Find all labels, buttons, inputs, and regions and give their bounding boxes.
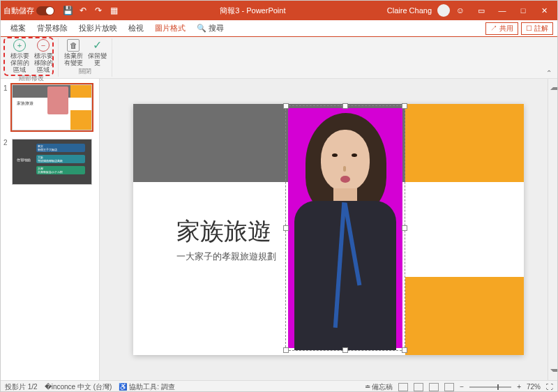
resize-handle[interactable] — [402, 225, 407, 231]
resize-handle[interactable] — [283, 103, 289, 109]
quick-access-toolbar: 💾 ↶ ↷ ▦ — [63, 6, 119, 15]
collapse-ribbon-icon[interactable]: ⌃ — [546, 69, 552, 77]
fit-to-window-icon[interactable]: ⛶ — [546, 383, 553, 391]
comments-button[interactable]: ☐ 註解 — [521, 22, 553, 35]
save-icon[interactable]: 💾 — [63, 6, 73, 15]
tab-picture-format[interactable]: 圖片格式 — [149, 20, 191, 37]
slide-counter[interactable]: 投影片 1/2 — [5, 382, 38, 392]
slide-thumbnail-2[interactable]: 住宿地點 東京新宿王子大飯店 大阪難波燦路都飯店高級 京都京都新阪急ホテル館 — [12, 139, 92, 185]
start-slideshow-icon[interactable]: ▦ — [109, 6, 119, 15]
redo-icon[interactable]: ↷ — [93, 6, 103, 15]
language-indicator[interactable]: �inconce 中文 (台灣) — [45, 382, 112, 392]
resize-handle[interactable] — [283, 347, 289, 353]
slide-title[interactable]: 家族旅遊 — [176, 216, 271, 248]
thumb-number: 1 — [3, 84, 9, 92]
tab-file[interactable]: 檔案 — [5, 20, 31, 37]
title-bar: 自動儲存 💾 ↶ ↷ ▦ 簡報3 - PowerPoint Claire Cha… — [1, 1, 557, 20]
share-button[interactable]: ↗ 共用 — [485, 22, 518, 35]
ribbon-tabs: 檔案 背景移除 投影片放映 檢視 圖片格式 🔍 搜尋 ↗ 共用 ☐ 註解 — [1, 20, 557, 37]
mark-keep-button[interactable]: + 標示要保留的區域 — [9, 38, 30, 74]
mark-remove-button[interactable]: − 標示要移除的區域 — [33, 38, 54, 74]
autosave-toggle[interactable]: 自動儲存 — [3, 6, 54, 16]
slide-bg-orange-bottom — [405, 277, 524, 355]
tab-background-remove[interactable]: 背景移除 — [31, 20, 73, 37]
slide-thumbnail-1[interactable]: 家族旅遊 — [12, 84, 92, 130]
person-photo — [286, 106, 405, 350]
undo-icon[interactable]: ↶ — [78, 6, 88, 15]
zoom-level[interactable]: 72% — [527, 383, 541, 391]
minimize-icon[interactable]: — — [492, 1, 513, 20]
autosave-label: 自動儲存 — [3, 6, 34, 16]
notes-button[interactable]: ≐ 備忘稿 — [365, 382, 393, 392]
status-bar: 投影片 1/2 �inconce 中文 (台灣) ♿ 協助工具: 調查 ≐ 備忘… — [1, 380, 557, 392]
slide-thumbnail-panel: 1 家族旅遊 2 住宿地點 東京新宿王子大飯店 大阪難波燦路都飯店高級 京都京都… — [1, 79, 100, 380]
selected-image[interactable] — [285, 105, 405, 351]
tab-search[interactable]: 🔍 搜尋 — [191, 20, 229, 37]
pencil-minus-icon: − — [37, 39, 50, 52]
zoom-in-icon[interactable]: + — [517, 383, 521, 391]
resize-handle[interactable] — [283, 225, 289, 231]
ribbon-group-close: 🗑 捨棄所有變更 ✓ 保留變更 關閉 — [59, 38, 112, 77]
accessibility-checker[interactable]: ♿ 協助工具: 調查 — [119, 382, 174, 392]
ribbon: + 標示要保留的區域 − 標示要移除的區域 細部修改 🗑 捨棄所有變更 ✓ 保留… — [1, 37, 557, 79]
slide-canvas-area[interactable]: 家族旅遊 一大家子的孝親旅遊規劃 — [100, 79, 557, 380]
user-avatar[interactable] — [437, 4, 450, 17]
face-icon[interactable]: ☺ — [455, 6, 465, 15]
ribbon-group-label: 關閉 — [79, 67, 91, 77]
document-title: 簡報3 - PowerPoint — [119, 6, 387, 16]
zoom-out-icon[interactable]: − — [460, 383, 464, 391]
reading-view-icon[interactable] — [429, 383, 439, 391]
ribbon-group-refine: + 標示要保留的區域 − 標示要移除的區域 細部修改 — [5, 38, 59, 77]
resize-handle[interactable] — [402, 347, 407, 353]
user-name: Claire Chang — [387, 6, 432, 15]
normal-view-icon[interactable] — [398, 383, 408, 391]
ribbon-group-label: 細部修改 — [19, 74, 44, 84]
zoom-slider[interactable] — [469, 386, 511, 388]
slideshow-view-icon[interactable] — [444, 383, 454, 391]
keep-label: 保留變更 — [86, 53, 107, 67]
discard-label: 捨棄所有變更 — [63, 53, 84, 67]
search-icon: 🔍 — [197, 24, 206, 33]
mark-keep-label: 標示要保留的區域 — [9, 53, 30, 74]
maximize-icon[interactable]: □ — [513, 1, 534, 20]
close-icon[interactable]: ✕ — [534, 1, 555, 20]
trash-icon: 🗑 — [67, 39, 80, 52]
keep-button[interactable]: ✓ 保留變更 — [86, 38, 107, 67]
slide[interactable]: 家族旅遊 一大家子的孝親旅遊規劃 — [133, 104, 524, 355]
resize-handle[interactable] — [402, 103, 407, 109]
check-icon: ✓ — [91, 39, 103, 52]
thumb-number: 2 — [3, 139, 9, 146]
ribbon-options-icon[interactable]: ▭ — [471, 1, 492, 20]
workspace: 1 家族旅遊 2 住宿地點 東京新宿王子大飯店 大阪難波燦路都飯店高級 京都京都… — [1, 79, 557, 380]
toggle-switch[interactable] — [36, 6, 54, 15]
discard-button[interactable]: 🗑 捨棄所有變更 — [63, 38, 84, 67]
resize-handle[interactable] — [342, 103, 348, 109]
pencil-plus-icon: + — [13, 39, 26, 52]
vertical-scrollbar[interactable] — [548, 79, 557, 380]
tab-view[interactable]: 檢視 — [123, 20, 149, 37]
sorter-view-icon[interactable] — [414, 383, 423, 391]
slide-subtitle[interactable]: 一大家子的孝親旅遊規劃 — [176, 250, 276, 263]
slide-bg-orange-top — [405, 104, 524, 182]
mark-remove-label: 標示要移除的區域 — [33, 53, 54, 74]
resize-handle[interactable] — [342, 347, 348, 353]
tab-slideshow[interactable]: 投影片放映 — [73, 20, 123, 37]
